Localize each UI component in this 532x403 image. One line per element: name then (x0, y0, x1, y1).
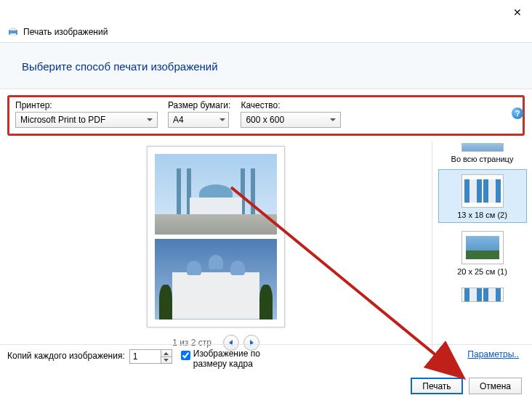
layout-option-partial-bottom[interactable] (438, 282, 527, 306)
layout-option-label: 20 x 25 см (1) (457, 267, 507, 276)
fit-to-frame-label: Изображение по размеру кадра (193, 349, 288, 370)
copies-spinner[interactable] (129, 349, 172, 364)
copies-input[interactable] (130, 350, 161, 363)
copies-down[interactable] (161, 357, 172, 364)
print-settings-highlight: Принтер: Microsoft Print to PDF Размер б… (7, 95, 525, 136)
copies-up[interactable] (161, 350, 172, 357)
quality-select[interactable]: 600 x 600 (241, 112, 341, 128)
close-icon[interactable]: ✕ (513, 7, 522, 18)
layout-option-13x18[interactable]: 13 x 18 см (2) (438, 169, 527, 223)
window-title: Печать изображений (23, 27, 108, 37)
preview-photo-1 (155, 154, 277, 235)
layout-option-partial[interactable] (462, 143, 504, 152)
layout-full-page-label: Во всю страницу (451, 155, 514, 163)
layout-option-20x25[interactable]: 20 x 25 см (1) (438, 226, 527, 280)
cancel-button[interactable]: Отмена (469, 378, 522, 394)
preview-photo-2 (155, 239, 277, 319)
help-icon[interactable]: ? (512, 107, 523, 119)
svg-marker-6 (164, 359, 169, 362)
printer-select[interactable]: Microsoft Print to PDF (15, 112, 158, 128)
printer-icon (7, 26, 19, 38)
quality-label: Качество: (241, 100, 341, 110)
copies-label: Копий каждого изображения: (7, 349, 125, 361)
preview-page (147, 146, 285, 327)
svg-rect-1 (10, 28, 16, 30)
layout-option-label: 13 x 18 см (2) (457, 211, 507, 219)
svg-rect-2 (10, 33, 16, 36)
print-button[interactable]: Печать (411, 378, 463, 394)
printer-label: Принтер: (15, 100, 158, 110)
page-headline: Выберите способ печати изображений (22, 60, 510, 73)
svg-marker-5 (164, 352, 169, 355)
paper-label: Размер бумаги: (168, 100, 230, 110)
paper-select[interactable]: A4 (168, 112, 229, 128)
layout-sidebar: Во всю страницу 13 x 18 см (2) 20 x 25 с… (432, 142, 532, 351)
fit-to-frame-checkbox[interactable] (181, 351, 190, 360)
